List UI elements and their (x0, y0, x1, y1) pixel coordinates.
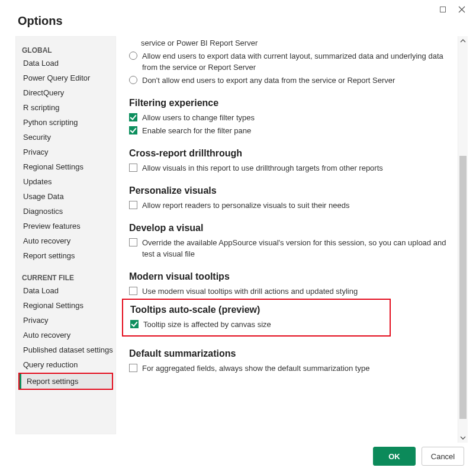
checkbox-icon (129, 113, 137, 121)
highlight-annotation: Tooltips auto-scale (preview) Tooltip si… (122, 299, 391, 337)
heading-default-summarizations: Default summarizations (129, 348, 456, 359)
scroll-up-button[interactable] (458, 36, 468, 46)
check-filter-types[interactable]: Allow users to change filter types (122, 112, 456, 123)
sidebar-item-diagnostics[interactable]: Diagnostics (16, 204, 115, 219)
sidebar-item-usage-data[interactable]: Usage Data (16, 189, 115, 204)
heading-personalize: Personalize visuals (129, 185, 456, 196)
sidebar-item-cf-privacy[interactable]: Privacy (16, 313, 115, 328)
check-filter-search-label: Enable search for the filter pane (142, 125, 456, 136)
sidebar-item-cf-auto-recovery[interactable]: Auto recovery (16, 328, 115, 342)
export-radio-allow-all[interactable]: Allow end users to export data with curr… (122, 50, 456, 73)
sidebar-group-global: GLOBAL (16, 41, 115, 56)
sidebar-item-r-scripting[interactable]: R scripting (16, 100, 115, 115)
sidebar-item-cf-query-reduction[interactable]: Query reduction (16, 357, 115, 372)
sidebar-item-auto-recovery[interactable]: Auto recovery (16, 233, 115, 248)
sidebar-group-current-file: CURRENT FILE (16, 269, 115, 283)
options-content: service or Power BI Report Server Allow … (122, 36, 467, 434)
checkbox-icon (129, 238, 137, 246)
sidebar-item-updates[interactable]: Updates (16, 174, 115, 189)
svg-rect-0 (440, 7, 446, 12)
check-tooltip-autoscale-label: Tooltip size is affected by canvas size (143, 319, 390, 330)
check-personalize-label: Allow report readers to personalize visu… (142, 200, 456, 211)
sidebar-item-cf-published-dataset[interactable]: Published dataset settings (16, 342, 115, 357)
check-default-summarization[interactable]: For aggregated fields, always show the d… (122, 363, 456, 374)
sidebar-item-privacy[interactable]: Privacy (16, 145, 115, 159)
highlight-annotation: Report settings (18, 373, 113, 390)
check-default-summarization-label: For aggregated fields, always show the d… (142, 363, 456, 374)
scroll-thumb[interactable] (459, 156, 467, 419)
checkbox-icon (129, 164, 137, 172)
heading-tooltip-autoscale: Tooltips auto-scale (preview) (130, 305, 390, 315)
heading-crossreport: Cross-report drillthrough (129, 148, 456, 159)
heading-filtering: Filtering experience (129, 98, 456, 108)
checkbox-icon (129, 126, 137, 134)
checkbox-icon (130, 320, 139, 328)
cancel-button[interactable]: Cancel (422, 447, 464, 466)
content-scrollbar[interactable] (458, 36, 468, 443)
sidebar-item-python-scripting[interactable]: Python scripting (16, 115, 115, 130)
checkbox-icon (129, 287, 137, 295)
export-radio-none[interactable]: Don't allow end users to export any data… (122, 75, 456, 86)
checkbox-icon (129, 201, 137, 209)
sidebar-item-cf-regional-settings[interactable]: Regional Settings (16, 298, 115, 313)
options-dialog: Options GLOBAL Data Load Power Query Edi… (0, 0, 476, 474)
check-modern-tooltips[interactable]: Use modern visual tooltips with drill ac… (122, 286, 456, 297)
check-crossreport[interactable]: Allow visuals in this report to use dril… (122, 162, 456, 174)
radio-icon (129, 76, 137, 84)
check-filter-types-label: Allow users to change filter types (142, 112, 456, 123)
ok-button[interactable]: OK (373, 447, 416, 466)
check-crossreport-label: Allow visuals in this report to use dril… (142, 162, 456, 174)
options-sidebar: GLOBAL Data Load Power Query Editor Dire… (15, 36, 116, 434)
export-radio-allow-all-label: Allow end users to export data with curr… (142, 50, 456, 73)
export-option-fragment: service or Power BI Report Server (122, 37, 456, 49)
check-modern-tooltips-label: Use modern visual tooltips with drill ac… (142, 286, 456, 297)
heading-develop: Develop a visual (129, 223, 456, 233)
checkbox-icon (129, 364, 137, 372)
scroll-down-button[interactable] (458, 433, 468, 443)
sidebar-item-power-query-editor[interactable]: Power Query Editor (16, 71, 115, 85)
check-filter-search[interactable]: Enable search for the filter pane (122, 125, 456, 136)
sidebar-item-cf-data-load[interactable]: Data Load (16, 283, 115, 298)
sidebar-item-cf-report-settings[interactable]: Report settings (20, 374, 112, 389)
check-develop[interactable]: Override the available AppSource visual'… (122, 237, 456, 260)
check-develop-label: Override the available AppSource visual'… (142, 237, 456, 260)
export-radio-none-label: Don't allow end users to export any data… (142, 75, 456, 86)
close-button[interactable] (456, 4, 468, 15)
sidebar-item-preview-features[interactable]: Preview features (16, 219, 115, 233)
radio-icon (129, 52, 137, 60)
sidebar-item-regional-settings[interactable]: Regional Settings (16, 159, 115, 174)
sidebar-item-data-load[interactable]: Data Load (16, 56, 115, 71)
maximize-button[interactable] (437, 4, 449, 15)
window-controls (437, 0, 476, 25)
check-tooltip-autoscale[interactable]: Tooltip size is affected by canvas size (123, 319, 390, 330)
sidebar-item-directquery[interactable]: DirectQuery (16, 85, 115, 100)
sidebar-item-report-settings-global[interactable]: Report settings (16, 248, 115, 263)
sidebar-item-security[interactable]: Security (16, 130, 115, 145)
dialog-header: Options (0, 0, 476, 36)
heading-modern-tooltips: Modern visual tooltips (129, 271, 456, 282)
check-personalize[interactable]: Allow report readers to personalize visu… (122, 200, 456, 211)
dialog-title: Options (18, 14, 476, 28)
dialog-footer: OK Cancel (373, 447, 464, 466)
